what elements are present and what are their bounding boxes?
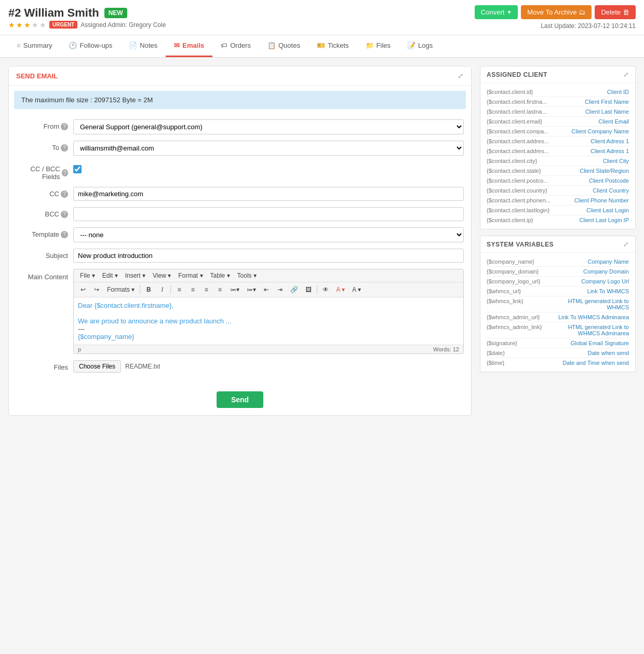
table-menu[interactable]: Table ▾ (207, 271, 233, 280)
var-row-company-name: {$company_name} Company Name (487, 257, 629, 267)
tab-emails[interactable]: ✉ Emails (166, 35, 212, 57)
format-menu[interactable]: Format ▾ (175, 271, 206, 280)
var-row-signature: {$signature} Global Email Signature (487, 338, 629, 348)
system-variables-title: SYSTEM VARIABLES (487, 241, 554, 248)
bcc-input[interactable] (73, 207, 464, 221)
from-select[interactable]: General Support (general@support.com) (73, 119, 464, 134)
convert-button[interactable]: Convert ▼ (475, 5, 518, 19)
preview-button[interactable]: 👁 (319, 284, 332, 295)
assigned-client-body: {$contact.client.id} Client ID {$contact… (480, 83, 635, 229)
cc-row: CC ? (16, 187, 464, 201)
redo-button[interactable]: ↪ (90, 284, 103, 295)
delete-button[interactable]: Delete 🗑 (595, 5, 636, 19)
var-row-client-city: {$contact.client.city} Client City (487, 156, 629, 166)
outdent-button[interactable]: ⇤ (260, 284, 273, 295)
cc-bcc-row: CC / BCC Fields ? (16, 162, 464, 181)
link-button[interactable]: 🔗 (287, 284, 301, 295)
var-row-whmcs-url: {$whmcs_url} Link To WHMCS (487, 287, 629, 296)
tab-notes[interactable]: 📄 Notes (120, 35, 166, 57)
toolbar-separator-2 (170, 285, 171, 294)
subject-input[interactable] (73, 249, 464, 263)
files-row: Files Choose Files README.txt (16, 360, 464, 373)
from-row: From ? General Support (general@support.… (16, 119, 464, 134)
assigned-client-title: ASSIGNED CLIENT (487, 71, 547, 78)
file-name: README.txt (125, 363, 160, 370)
right-panel: ASSIGNED CLIENT ⤢ {$contact.client.id} C… (480, 66, 636, 416)
system-variables-expand-icon[interactable]: ⤢ (623, 240, 629, 248)
to-help-icon[interactable]: ? (61, 144, 68, 152)
star-1: ★ (8, 21, 15, 29)
editor-statusbar: p Words: 12 (74, 345, 463, 353)
ordered-list-button[interactable]: ≔▾ (244, 284, 259, 295)
from-help-icon[interactable]: ? (61, 123, 68, 130)
align-left-button[interactable]: ≡ (173, 284, 185, 295)
tab-orders[interactable]: 🏷 Orders (212, 35, 259, 57)
font-color-button[interactable]: A ▾ (333, 284, 348, 295)
choose-files-button[interactable]: Choose Files (73, 360, 121, 373)
tabs-bar: ○ Summary 🕐 Follow-ups 📄 Notes ✉ Emails … (0, 35, 644, 58)
edit-menu[interactable]: Edit ▾ (99, 271, 121, 280)
left-panel: SEND EMAIL ⤢ The maximum file size : 209… (8, 66, 472, 416)
template-select[interactable]: --- none (73, 227, 464, 242)
unordered-list-button[interactable]: ≔▾ (227, 284, 243, 295)
var-row-client-email: {$contact.client.email} Client Email (487, 117, 629, 127)
var-row-client-address2: {$contact.client.addres... Client Adress… (487, 146, 629, 156)
to-select[interactable]: williamsmith@email.com (73, 141, 464, 156)
insert-menu[interactable]: Insert ▾ (122, 271, 149, 280)
archive-button[interactable]: Move To Archive 🗂 (521, 5, 592, 19)
tab-followups[interactable]: 🕐 Follow-ups (60, 35, 120, 57)
main-content-row: Main Content File ▾ Edit ▾ Insert ▾ View… (16, 269, 464, 354)
tools-menu[interactable]: Tools ▾ (234, 271, 260, 280)
image-button[interactable]: 🖼 (302, 284, 315, 295)
send-email-section: SEND EMAIL ⤢ The maximum file size : 209… (8, 66, 472, 416)
log-icon: 📝 (407, 42, 415, 49)
info-banner: The maximum file size : 2097152 Byte = 2… (14, 91, 466, 109)
editor-line-1: Dear {$contact.client.firstname}, (78, 302, 459, 309)
to-label: To ? (16, 141, 68, 152)
editor-path: p (78, 346, 81, 352)
editor-content[interactable]: Dear {$contact.client.firstname}, We are… (74, 297, 463, 345)
send-button[interactable]: Send (217, 391, 263, 408)
var-row-client-lastname: {$contact.client.lastna... Client Last N… (487, 107, 629, 117)
cc-label: CC ? (16, 187, 68, 198)
cc-help-icon[interactable]: ? (61, 190, 68, 198)
var-row-client-phone: {$contact.client.phonen... Client Phone … (487, 196, 629, 206)
toolbar-separator-1 (140, 285, 140, 294)
tab-files[interactable]: 📁 Files (357, 35, 399, 57)
assigned-client-expand-icon[interactable]: ⤢ (623, 71, 629, 78)
italic-button[interactable]: I (156, 284, 168, 295)
star-5: ★ (39, 21, 46, 29)
template-help-icon[interactable]: ? (61, 231, 68, 238)
system-variables-card: SYSTEM VARIABLES ⤢ {$company_name} Compa… (480, 236, 636, 372)
template-row: Template ? --- none (16, 227, 464, 242)
view-menu[interactable]: View ▾ (150, 271, 174, 280)
clock-icon: 🕐 (69, 42, 77, 49)
doc-icon: 📋 (267, 42, 276, 49)
system-variables-body: {$company_name} Company Name {$company_d… (480, 253, 635, 372)
cc-bcc-help-icon[interactable]: ? (62, 169, 68, 176)
editor-toolbar: ↩ ↪ Formats ▾ B I ≡ ≡ ≡ ≡ ≔▾ ≔ (74, 282, 463, 297)
tab-tickets[interactable]: 🎫 Tickets (308, 35, 357, 57)
align-right-button[interactable]: ≡ (200, 284, 212, 295)
tab-quotes[interactable]: 📋 Quotes (259, 35, 308, 57)
tab-logs[interactable]: 📝 Logs (399, 35, 441, 57)
indent-button[interactable]: ⇥ (274, 284, 286, 295)
template-label: Template ? (16, 227, 68, 238)
expand-icon[interactable]: ⤢ (458, 72, 464, 80)
bold-button[interactable]: B (142, 284, 155, 295)
var-row-company-logo: {$company_logo_url} Company Logo Url (487, 277, 629, 287)
badge-new: NEW (104, 8, 127, 18)
var-row-time: {$time} Date and Time when send (487, 358, 629, 367)
cc-bcc-checkbox[interactable] (73, 165, 82, 173)
undo-button[interactable]: ↩ (77, 284, 89, 295)
align-justify-button[interactable]: ≡ (213, 284, 226, 295)
align-center-button[interactable]: ≡ (186, 284, 199, 295)
tab-summary[interactable]: ○ Summary (8, 35, 60, 57)
highlight-button[interactable]: A ▾ (349, 284, 364, 295)
cc-input[interactable] (73, 187, 464, 201)
file-menu[interactable]: File ▾ (77, 271, 98, 280)
star-3: ★ (24, 21, 31, 29)
formats-dropdown[interactable]: Formats ▾ (104, 284, 138, 295)
editor-menubar: File ▾ Edit ▾ Insert ▾ View ▾ Format ▾ T… (74, 269, 463, 282)
bcc-help-icon[interactable]: ? (61, 211, 68, 218)
